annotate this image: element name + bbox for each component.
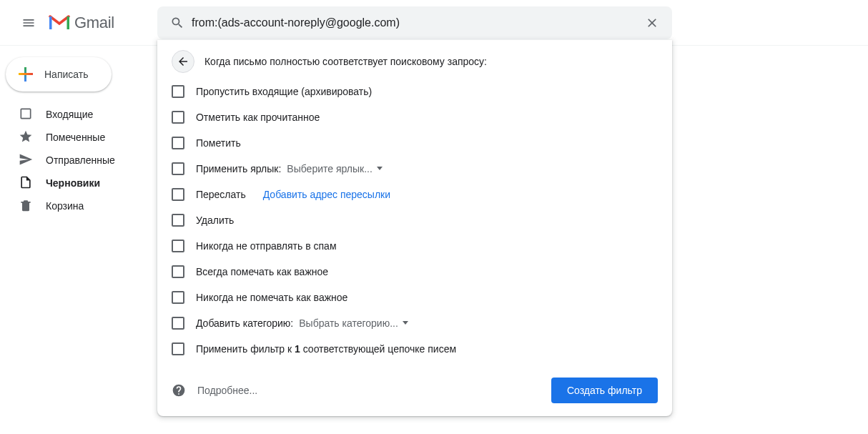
option-apply-to-matching[interactable]: Применить фильтр к 1 соответствующей цеп… [157,336,672,362]
option-label: Всегда помечать как важное [196,266,328,277]
star-icon [19,129,46,146]
option-star[interactable]: Пометить [157,130,672,156]
search-container: Когда письмо полностью соответствует пои… [157,6,672,39]
filter-panel-footer: Подробнее... Создать фильтр [157,362,672,409]
help-icon[interactable] [172,383,186,398]
sidebar-item-sent[interactable]: Отправленные [0,149,183,172]
checkbox-categorize[interactable] [172,317,184,330]
option-forward[interactable]: Переслать Добавить адрес пересылки [157,182,672,207]
filter-options-panel: Когда письмо полностью соответствует пои… [157,40,672,416]
clear-search-button[interactable] [638,9,666,37]
sidebar-item-starred[interactable]: Помеченные [0,126,183,149]
compose-button[interactable]: Написать [6,57,112,92]
sidebar-item-label: Отправленные [46,154,115,166]
sidebar-item-label: Входящие [46,109,93,120]
checkbox-delete[interactable] [172,214,184,227]
learn-more-link[interactable]: Подробнее... [197,385,257,396]
option-categorize[interactable]: Добавить категорию: Выбрать категорию... [157,310,672,336]
option-always-important[interactable]: Всегда помечать как важное [157,259,672,285]
checkbox-never-spam[interactable] [172,240,184,252]
option-skip-inbox[interactable]: Пропустить входящие (архивировать) [157,79,672,104]
plus-icon [14,63,37,86]
option-label: Удалить [196,214,234,226]
option-never-spam[interactable]: Никогда не отправлять в спам [157,233,672,259]
left-sidebar: Написать ВходящиеПомеченныеОтправленныеЧ… [0,46,183,217]
create-filter-button[interactable]: Создать фильтр [551,378,658,403]
inbox-icon [19,107,46,123]
hamburger-icon [21,16,36,30]
option-label: Никогда не помечать как важное [196,292,347,303]
gmail-logo: Gmail [49,14,114,32]
svg-rect-0 [49,16,52,29]
add-forward-address-link[interactable]: Добавить адрес пересылки [263,189,390,200]
file-icon [19,175,46,192]
dropdown-text: Выберите ярлык... [287,163,373,174]
checkbox-forward[interactable] [172,188,184,201]
checkbox-always-important[interactable] [172,265,184,278]
gmail-m-icon [49,15,70,31]
checkbox-apply-to-matching[interactable] [172,342,184,355]
sidebar-item-label: Корзина [46,200,84,212]
option-label: Применить ярлык: [196,163,281,174]
svg-rect-1 [67,16,70,29]
option-mark-read[interactable]: Отметить как прочитанное [157,104,672,130]
checkbox-star[interactable] [172,137,184,149]
main-menu-button[interactable] [11,6,46,40]
chevron-down-icon [403,321,408,325]
sidebar-item-label: Помеченные [46,132,105,143]
dropdown-text: Выбрать категорию... [299,317,398,329]
checkbox-skip-inbox[interactable] [172,85,184,98]
sidebar-item-drafts[interactable]: Черновики [0,172,183,194]
checkbox-mark-read[interactable] [172,111,184,124]
app-header: Gmail Когда письмо полностью соответству… [0,0,868,46]
sidebar-item-inbox[interactable]: Входящие [0,103,183,126]
filter-panel-header: Когда письмо полностью соответствует пои… [157,40,672,79]
option-label: Пропустить входящие (архивировать) [196,86,372,97]
search-input[interactable] [192,16,638,29]
option-apply-label[interactable]: Применить ярлык: Выберите ярлык... [157,156,672,182]
option-never-important[interactable]: Никогда не помечать как важное [157,285,672,310]
option-delete[interactable]: Удалить [157,207,672,233]
sidebar-item-label: Черновики [46,177,100,189]
search-icon [170,16,184,30]
arrow-left-icon [177,55,189,68]
close-icon [645,16,659,30]
compose-label: Написать [44,69,88,80]
sidebar-item-trash[interactable]: Корзина [0,194,183,217]
send-icon [19,152,46,169]
trash-icon [19,198,46,214]
filter-panel-title: Когда письмо полностью соответствует пои… [204,56,487,67]
chevron-down-icon [377,167,383,170]
search-button[interactable] [163,9,192,37]
option-label: Добавить категорию: [196,317,293,329]
filter-back-button[interactable] [172,50,194,73]
checkbox-never-important[interactable] [172,291,184,304]
option-label: Никогда не отправлять в спам [196,240,337,252]
search-bar [157,6,672,39]
gmail-logo-text: Gmail [74,14,114,32]
option-label: Отметить как прочитанное [196,112,320,123]
option-label: Переслать [196,189,246,200]
option-label: Применить фильтр к 1 соответствующей цеп… [196,343,456,355]
checkbox-apply-label[interactable] [172,162,184,175]
label-dropdown[interactable]: Выберите ярлык... [287,163,383,174]
option-label: Пометить [196,137,241,149]
category-dropdown[interactable]: Выбрать категорию... [299,317,408,329]
